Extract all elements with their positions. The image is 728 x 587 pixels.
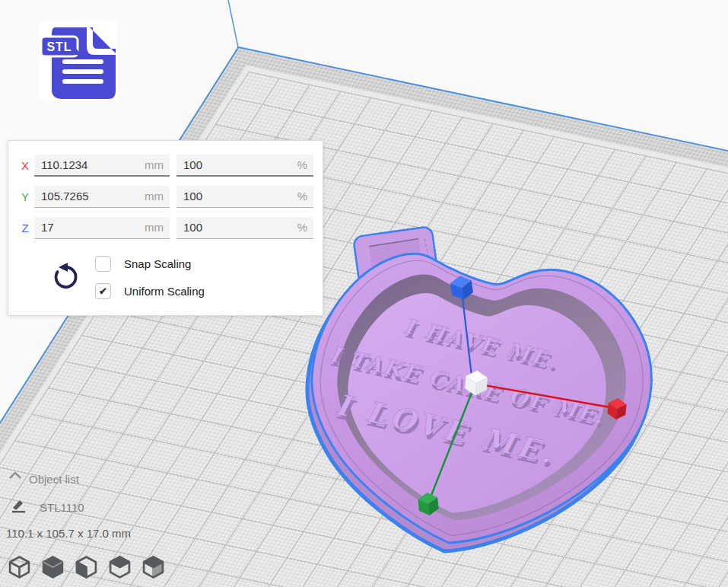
chevron-up-icon: [8, 471, 23, 481]
scale-z-mm-input[interactable]: 17 mm: [34, 217, 170, 239]
view-top-button[interactable]: [75, 554, 98, 582]
stl-badge: STL: [41, 37, 82, 56]
object-list-label: Object list: [29, 473, 79, 486]
stl-text-lines-icon: [62, 59, 103, 84]
view-left-button[interactable]: [108, 554, 132, 582]
unit-mm: mm: [145, 221, 164, 234]
scale-x-mm-input[interactable]: 110.1234 mm: [34, 155, 170, 177]
unit-mm: mm: [145, 190, 164, 203]
view-right-button[interactable]: [141, 554, 165, 582]
object-dimensions: 110.1 x 105.7 x 17.0 mm: [6, 527, 131, 540]
heart-mold-model[interactable]: I HAVE ME. I TAKE CARE OF ME. I LOVE ME.…: [307, 226, 651, 551]
scale-row-y: Y 105.7265 mm 100 %: [8, 186, 323, 208]
scale-z-percent-input[interactable]: 100 %: [176, 217, 313, 239]
object-item-name[interactable]: STL1110: [40, 501, 84, 514]
unit-percent: %: [297, 221, 307, 234]
axis-label-z: Z: [17, 217, 33, 239]
unit-mm: mm: [145, 158, 164, 171]
scale-tool-panel: X 110.1234 mm 100 % Y 105.7265 mm 100 % …: [8, 140, 323, 316]
axis-label-x: X: [17, 155, 33, 177]
plate-corner-axis-line: [228, 0, 238, 47]
snap-scaling-label: Snap Scaling: [124, 257, 191, 270]
cube-top-right-face-icon: [141, 554, 165, 582]
unit-percent: %: [297, 158, 307, 171]
view-3d-button[interactable]: [8, 554, 31, 582]
scale-row-x: X 110.1234 mm 100 %: [8, 155, 323, 177]
scale-row-z: Z 17 mm 100 %: [8, 217, 323, 239]
cube-top-face-icon: [108, 554, 132, 582]
object-list-toggle[interactable]: [8, 471, 23, 484]
camera-view-toolbar: [8, 554, 165, 582]
svg-text:STL: STL: [46, 40, 72, 53]
unit-percent: %: [297, 190, 307, 203]
cube-left-face-icon: [75, 554, 98, 582]
view-front-button[interactable]: [41, 554, 65, 582]
scale-y-mm-input[interactable]: 105.7265 mm: [34, 186, 170, 208]
cube-solid-icon: [41, 554, 65, 582]
uniform-scaling-checkbox[interactable]: ✔: [95, 283, 111, 299]
reset-scale-button[interactable]: [51, 261, 80, 292]
axis-label-y: Y: [17, 186, 33, 208]
cube-wireframe-icon: [8, 554, 31, 582]
reset-arrow-icon: [51, 261, 80, 292]
uniform-scaling-label: Uniform Scaling: [124, 285, 205, 298]
stl-file-thumbnail: STL: [40, 21, 117, 100]
stl-fold-corner: [87, 24, 117, 55]
scale-x-percent-input[interactable]: 100 %: [176, 155, 313, 177]
edit-pencil-icon[interactable]: [10, 497, 27, 517]
scale-y-percent-input[interactable]: 100 %: [176, 186, 313, 208]
snap-scaling-checkbox[interactable]: [95, 256, 111, 272]
